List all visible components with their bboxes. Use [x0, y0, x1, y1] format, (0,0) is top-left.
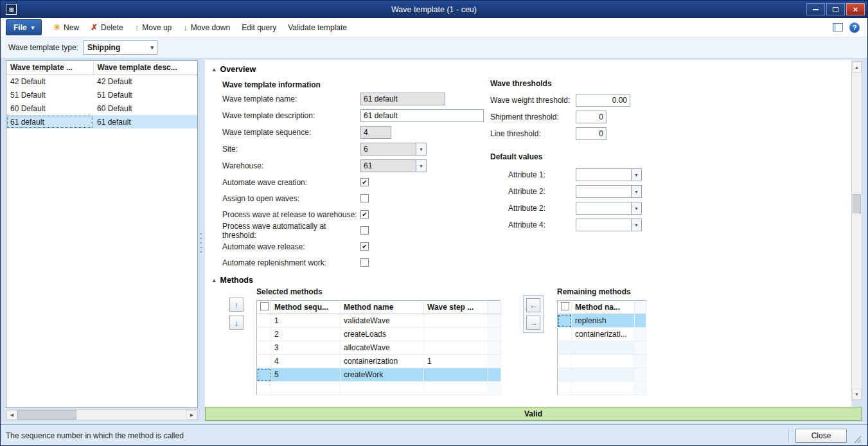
table-row[interactable]: containerizati... — [558, 328, 646, 341]
splitter-handle[interactable] — [200, 233, 202, 255]
cell-seq[interactable]: 1 — [271, 314, 341, 328]
resize-grip[interactable] — [853, 435, 862, 444]
move-down-button[interactable]: ↓ Move down — [183, 23, 230, 32]
minimize-button[interactable] — [806, 3, 825, 15]
table-row[interactable]: 1 validateWave — [257, 314, 501, 328]
horizontal-scrollbar[interactable]: ◀ ▶ — [6, 409, 198, 420]
column-header-method-sequence[interactable]: Method sequ... — [271, 301, 341, 314]
cell-method-name[interactable]: allocateWave — [341, 341, 424, 355]
scrollbar-thumb[interactable] — [17, 410, 76, 420]
column-header-method-name[interactable]: Method name — [341, 301, 424, 314]
table-row[interactable]: 2 createLoads — [257, 328, 501, 341]
cell-method-name[interactable]: createLoads — [341, 328, 424, 341]
automate-wave-release-checkbox[interactable]: ✔ — [360, 242, 369, 251]
select-all-checkbox-header[interactable] — [257, 301, 271, 314]
file-menu-button[interactable]: File ▾ — [6, 19, 42, 35]
edit-query-button[interactable]: Edit query — [242, 23, 276, 32]
table-row[interactable]: 51 Default 51 Default — [6, 88, 198, 102]
delete-button[interactable]: ✗ Delete — [91, 23, 123, 32]
cell-desc[interactable]: 42 Default — [93, 75, 198, 88]
column-header-method-name[interactable]: Method na... — [572, 301, 635, 314]
checkbox[interactable] — [260, 302, 269, 310]
attribute-1-select[interactable]: ▾ — [576, 168, 642, 181]
cell-seq[interactable]: 3 — [271, 341, 341, 355]
cell-name[interactable]: 61 default — [6, 115, 93, 129]
column-header-wave-step[interactable]: Wave step ... — [424, 301, 488, 314]
row-select-cell[interactable] — [257, 341, 271, 355]
warehouse-select[interactable]: 61 ▾ — [360, 159, 427, 172]
cell-name[interactable]: 42 Default — [6, 75, 93, 88]
shipment-threshold-input[interactable] — [576, 111, 607, 123]
cell-method-name[interactable]: containerizati... — [572, 328, 635, 341]
site-select[interactable]: 6 ▾ — [360, 143, 427, 156]
cell-wave-step[interactable] — [424, 328, 488, 341]
row-select-cell[interactable] — [257, 368, 271, 382]
cell-wave-step[interactable] — [424, 341, 488, 355]
add-method-button[interactable]: ← — [526, 298, 540, 312]
move-method-up-button[interactable]: ↑ — [229, 298, 244, 312]
scroll-down-icon[interactable]: ▼ — [852, 389, 862, 400]
scroll-up-icon[interactable]: ▲ — [852, 62, 862, 73]
attribute-4-select[interactable]: ▾ — [576, 219, 642, 231]
wave-template-sequence-input[interactable] — [360, 126, 391, 139]
cell-wave-step[interactable] — [424, 314, 488, 328]
line-threshold-input[interactable] — [576, 127, 607, 140]
row-select-cell[interactable] — [257, 355, 271, 368]
chevron-down-icon[interactable]: ▾ — [631, 219, 642, 231]
remove-method-button[interactable]: → — [526, 316, 540, 330]
table-row[interactable]: 42 Default 42 Default — [6, 75, 198, 88]
table-row[interactable]: 4 containerization 1 — [257, 355, 501, 368]
row-select-cell[interactable] — [257, 314, 271, 328]
column-header-wave-template[interactable]: Wave template ... — [6, 61, 93, 75]
wave-template-type-select[interactable]: Shipping ▾ — [84, 40, 157, 55]
table-row[interactable]: 60 Default 60 Default — [6, 102, 198, 115]
chevron-down-icon[interactable]: ▾ — [416, 159, 427, 172]
layout-icon[interactable] — [833, 23, 843, 31]
automate-replenishment-work-checkbox[interactable] — [360, 258, 369, 267]
cell-desc[interactable]: 60 Default — [93, 102, 198, 115]
wave-weight-threshold-input[interactable] — [576, 94, 630, 107]
checkbox[interactable] — [561, 302, 569, 310]
cell-wave-step[interactable] — [424, 368, 488, 382]
column-header-wave-template-desc[interactable]: Wave template desc... — [93, 61, 198, 75]
cell-method-name[interactable]: validateWave — [341, 314, 424, 328]
process-wave-at-release-checkbox[interactable]: ✔ — [360, 210, 369, 219]
validate-template-button[interactable]: Validate template — [288, 23, 347, 32]
help-icon[interactable]: ? — [849, 22, 860, 33]
new-button[interactable]: ✳ New — [53, 23, 79, 32]
chevron-down-icon[interactable]: ▾ — [631, 168, 642, 181]
cell-method-name[interactable]: containerization — [341, 355, 424, 368]
overview-group-header[interactable]: ▴ Overview — [213, 65, 256, 74]
table-row-selected[interactable]: replenish — [558, 314, 646, 328]
process-wave-at-threshold-checkbox[interactable] — [360, 226, 369, 235]
scrollbar-thumb[interactable] — [853, 194, 861, 213]
cell-seq[interactable]: 5 — [271, 368, 341, 382]
scroll-left-icon[interactable]: ◀ — [6, 410, 17, 420]
scroll-right-icon[interactable]: ▶ — [186, 410, 197, 420]
wave-template-description-input[interactable] — [360, 109, 484, 122]
cell-desc[interactable]: 61 default — [93, 115, 198, 129]
maximize-button[interactable] — [826, 3, 845, 15]
move-up-button[interactable]: ↑ Move up — [135, 23, 172, 32]
close-button[interactable]: × — [846, 3, 865, 15]
chevron-down-icon[interactable]: ▾ — [631, 185, 642, 198]
select-all-checkbox-header[interactable] — [558, 301, 572, 314]
table-row[interactable]: 3 allocateWave — [257, 341, 501, 355]
cell-name[interactable]: 51 Default — [6, 88, 93, 102]
cell-seq[interactable]: 4 — [271, 355, 341, 368]
title-bar[interactable]: ⊞ Wave template (1 - ceu) × — [1, 1, 867, 18]
cell-wave-step[interactable]: 1 — [424, 355, 488, 368]
cell-name[interactable]: 60 Default — [6, 102, 93, 115]
move-method-down-button[interactable]: ↓ — [229, 316, 244, 330]
cell-seq[interactable]: 2 — [271, 328, 341, 341]
methods-group-header[interactable]: ▴ Methods — [213, 276, 253, 285]
automate-wave-creation-checkbox[interactable]: ✔ — [360, 178, 369, 186]
vertical-scrollbar[interactable]: ▲ ▼ — [851, 61, 862, 400]
cell-desc[interactable]: 51 Default — [93, 88, 198, 102]
cell-method-name[interactable]: createWork — [341, 368, 424, 382]
table-row-selected[interactable]: 61 default 61 default — [6, 115, 198, 129]
chevron-down-icon[interactable]: ▾ — [631, 202, 642, 215]
row-select-cell[interactable] — [558, 328, 572, 341]
wave-template-name-input[interactable] — [360, 93, 445, 105]
assign-to-open-waves-checkbox[interactable] — [360, 194, 369, 202]
